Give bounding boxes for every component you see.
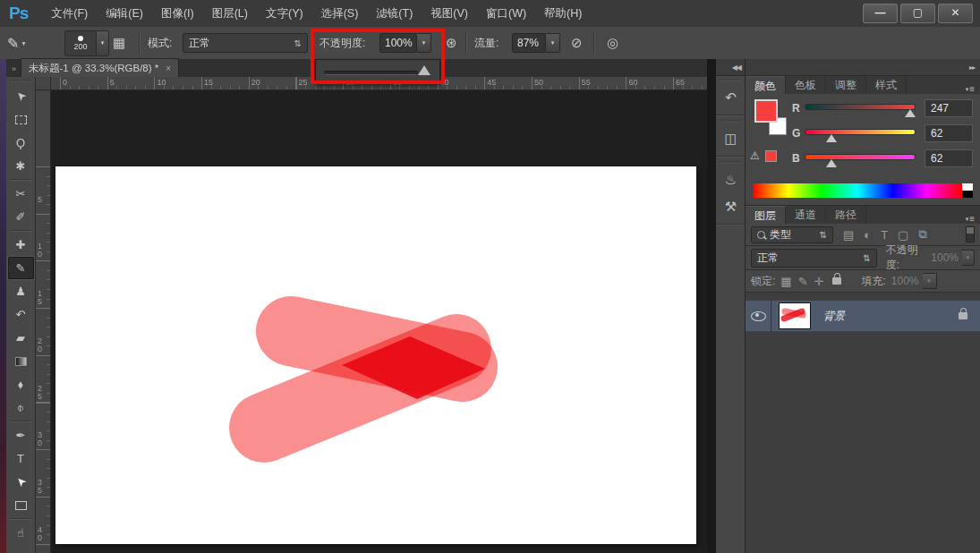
menu-item-8[interactable]: 窗口(W): [477, 0, 535, 27]
flow-dropdown-button[interactable]: ▾: [546, 33, 560, 53]
crop-tool[interactable]: ✂: [8, 183, 34, 205]
brush-preset-dropdown-button[interactable]: ▾: [97, 30, 109, 56]
menu-item-4[interactable]: 文字(Y): [257, 0, 312, 27]
tab-layers[interactable]: 图层: [746, 206, 786, 224]
filter-image-icon[interactable]: ▤: [843, 228, 854, 242]
pen-tool[interactable]: ✒: [8, 424, 34, 447]
menu-item-3[interactable]: 图层(L): [203, 0, 257, 27]
properties-panel-icon[interactable]: ◫: [716, 125, 746, 152]
spectrum-extremes[interactable]: [962, 183, 973, 198]
canvas[interactable]: [55, 166, 696, 544]
blend-mode-select[interactable]: 正常 ⇅: [183, 27, 308, 59]
panel-menu-icon[interactable]: ▾ ≡: [966, 214, 980, 224]
layer-blend-mode-select[interactable]: 正常 ⇅: [751, 249, 877, 268]
tab-color[interactable]: 颜色: [746, 76, 786, 94]
eye-icon[interactable]: [751, 311, 766, 321]
lock-position-icon[interactable]: ✛: [814, 275, 824, 288]
brush-presets-panel-icon[interactable]: ♨: [716, 166, 746, 193]
fill-dropdown[interactable]: ▾: [923, 273, 937, 289]
path-select-tool[interactable]: ➤: [8, 471, 34, 493]
blue-value-field[interactable]: 62: [925, 149, 973, 167]
brush-tool[interactable]: ✎: [8, 257, 34, 279]
layer-row-background[interactable]: 背景: [746, 300, 980, 332]
history-brush-tool[interactable]: ↶: [8, 303, 34, 326]
filter-smartobject-icon[interactable]: ⧉: [918, 227, 926, 242]
layer-thumbnail[interactable]: [779, 302, 811, 329]
color-spectrum-bar[interactable]: [753, 183, 962, 198]
menu-item-7[interactable]: 视图(V): [422, 0, 477, 27]
collapse-panels-button[interactable]: ◀◀: [716, 59, 745, 76]
menu-item-0[interactable]: 文件(F): [42, 0, 97, 27]
magic-wand-tool[interactable]: ✱: [8, 155, 34, 177]
red-slider[interactable]: [805, 104, 916, 110]
hand-tool[interactable]: ☝: [8, 522, 34, 544]
opacity-dropdown-button[interactable]: ▾: [417, 33, 431, 53]
expand-panels-button[interactable]: ▸▸: [746, 59, 980, 76]
lock-all-icon[interactable]: [832, 277, 841, 285]
history-panel-icon[interactable]: ↶: [716, 84, 746, 111]
brush-preset-picker[interactable]: 200 ▾: [64, 27, 109, 59]
shape-tool[interactable]: [8, 494, 34, 516]
brush-tool-chip[interactable]: ✎ ▾: [7, 27, 25, 59]
flow-value[interactable]: 87%: [512, 33, 546, 53]
layer-opacity-value[interactable]: 100%: [931, 251, 959, 264]
layer-filter-select[interactable]: 类型 ⇅: [751, 226, 833, 243]
opacity-value[interactable]: 100%: [379, 33, 417, 53]
blue-slider[interactable]: [805, 154, 916, 160]
red-slider-thumb[interactable]: [905, 109, 916, 117]
fill-value[interactable]: 100%: [891, 275, 919, 287]
close-button[interactable]: ✕: [938, 4, 973, 23]
filter-toggle-switch[interactable]: [966, 226, 975, 242]
lock-pixels-icon[interactable]: ✎: [798, 275, 808, 288]
document-tab[interactable]: 未标题-1 @ 33.3%(RGB/8) * ×: [21, 58, 179, 77]
type-tool[interactable]: T: [8, 447, 34, 470]
pressure-size-button[interactable]: ◎: [607, 27, 618, 59]
lasso-tool[interactable]: Ϙ: [8, 132, 34, 154]
tab-swatches[interactable]: 色板: [786, 76, 826, 94]
filter-adjustment-icon[interactable]: ◐: [864, 228, 871, 242]
flow-control[interactable]: 87% ▾: [512, 27, 560, 59]
minimize-button[interactable]: —: [863, 4, 898, 23]
opacity-slider-popup[interactable]: [315, 59, 440, 84]
tab-channels[interactable]: 通道: [786, 206, 826, 224]
filter-type-icon[interactable]: T: [881, 228, 888, 242]
layer-opacity-dropdown[interactable]: ▾: [962, 250, 975, 266]
menu-item-9[interactable]: 帮助(H): [535, 0, 591, 27]
tab-adjustments[interactable]: 调整: [826, 76, 866, 94]
clone-source-panel-icon[interactable]: ⚒: [716, 193, 746, 220]
move-tool[interactable]: ➤: [8, 85, 34, 107]
marquee-tool[interactable]: [8, 108, 34, 131]
black-swatch[interactable]: [962, 191, 973, 198]
tab-overflow-icon[interactable]: »: [6, 64, 21, 77]
maximize-button[interactable]: ▢: [900, 4, 935, 23]
green-value-field[interactable]: 62: [925, 124, 973, 142]
blue-slider-thumb[interactable]: [826, 159, 837, 167]
close-tab-icon[interactable]: ×: [166, 64, 171, 73]
canvas-viewport[interactable]: [51, 90, 707, 553]
white-swatch[interactable]: [962, 183, 973, 191]
menu-item-6[interactable]: 滤镜(T): [367, 0, 422, 27]
gamut-warning-icon[interactable]: ⚠: [750, 149, 760, 162]
green-slider[interactable]: [805, 129, 916, 135]
green-slider-thumb[interactable]: [826, 134, 837, 142]
filter-shape-icon[interactable]: ▢: [898, 228, 908, 242]
visibility-cell[interactable]: [746, 300, 771, 332]
clone-stamp-tool[interactable]: ♟: [8, 280, 34, 302]
brush-preset-display[interactable]: 200: [64, 30, 97, 56]
blur-tool[interactable]: ⬧: [8, 373, 34, 396]
tab-styles[interactable]: 样式: [866, 76, 907, 94]
menu-item-5[interactable]: 选择(S): [312, 0, 368, 27]
airbrush-opacity-pressure-button[interactable]: ⊛: [446, 27, 457, 59]
eraser-tool[interactable]: ▰: [8, 327, 34, 349]
toggle-brush-panel-button[interactable]: ▦: [113, 27, 125, 59]
tab-paths[interactable]: 路径: [826, 206, 866, 224]
menu-item-1[interactable]: 编辑(E): [97, 0, 152, 27]
lock-transparency-icon[interactable]: ▦: [780, 275, 791, 288]
dodge-tool[interactable]: ⌽: [8, 396, 34, 419]
panel-menu-icon[interactable]: ▾ ≡: [966, 84, 980, 94]
red-value-field[interactable]: 247: [925, 99, 973, 117]
healing-brush-tool[interactable]: ✚: [8, 234, 34, 256]
foreground-color-swatch[interactable]: [754, 99, 778, 123]
opacity-slider-thumb[interactable]: [418, 65, 430, 75]
eyedropper-tool[interactable]: ✐: [8, 206, 34, 228]
